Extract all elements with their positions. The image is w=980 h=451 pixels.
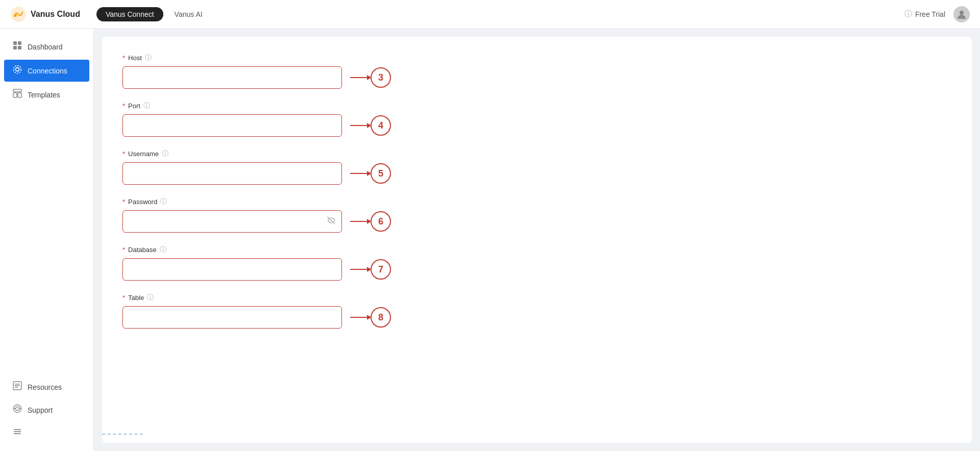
avatar-icon [956,9,967,20]
password-circle: 6 [371,211,391,232]
table-arrow [350,317,371,318]
username-input[interactable] [122,162,342,185]
username-label-text: Username [128,150,159,158]
password-info-icon[interactable]: ⓘ [160,197,167,206]
table-annotation: 8 [350,307,391,328]
resources-icon [12,381,22,393]
port-info-icon[interactable]: ⓘ [143,101,150,110]
sidebar-item-dashboard[interactable]: Dashboard [4,36,89,58]
port-field-row: 4 [122,114,951,137]
database-field-row: 7 [122,258,951,281]
table-circle: 8 [371,307,391,328]
form-group-table: * Table ⓘ 8 [122,293,951,329]
svg-rect-4 [18,41,21,45]
dashboard-icon [12,41,22,53]
sidebar-item-support-label: Support [28,406,53,414]
svg-point-8 [14,66,21,73]
password-input[interactable] [122,210,342,233]
database-annotation: 7 [350,259,391,280]
free-trial-button[interactable]: ⓘ Free Trial [904,9,945,19]
svg-rect-9 [13,89,21,92]
username-label: * Username ⓘ [122,149,951,158]
password-arrow [350,221,371,222]
svg-rect-3 [13,41,17,45]
sidebar-bottom: Resources Support [0,375,93,445]
table-field-row: 8 [122,306,951,329]
logo-text: Vanus Cloud [31,10,80,19]
password-annotation: 6 [350,211,391,232]
sidebar-item-connections[interactable]: Connections [4,60,89,82]
logo: Vanus Cloud [10,6,80,22]
dashed-hint [102,434,143,435]
username-circle: 5 [371,163,391,184]
host-label: * Host ⓘ [122,53,951,62]
user-avatar[interactable] [953,6,970,22]
table-required-star: * [122,294,125,302]
database-label-text: Database [128,246,157,254]
username-annotation: 5 [350,163,391,184]
host-required-star: * [122,54,125,62]
svg-point-7 [16,68,19,71]
password-label-text: Password [128,198,157,206]
tab-vanus-ai[interactable]: Vanus AI [165,7,212,21]
sidebar-item-menu[interactable] [4,422,89,444]
host-input[interactable] [122,66,342,89]
sidebar-item-resources[interactable]: Resources [4,376,89,398]
password-required-star: * [122,198,125,206]
database-circle: 7 [371,259,391,280]
database-required-star: * [122,246,125,254]
username-field-row: 5 [122,162,951,185]
free-trial-label: Free Trial [915,10,945,18]
content-area: * Host ⓘ 3 * P [94,29,980,451]
menu-icon [12,427,22,439]
password-toggle-icon[interactable] [327,216,336,227]
table-info-icon[interactable]: ⓘ [147,293,154,302]
database-label: * Database ⓘ [122,245,951,254]
form-group-database: * Database ⓘ 7 [122,245,951,281]
svg-point-17 [16,407,19,411]
form-group-port: * Port ⓘ 4 [122,101,951,137]
host-info-icon[interactable]: ⓘ [145,53,152,62]
form-group-host: * Host ⓘ 3 [122,53,951,89]
table-label: * Table ⓘ [122,293,951,302]
host-annotation: 3 [350,67,391,88]
svg-point-2 [960,11,964,15]
username-info-icon[interactable]: ⓘ [162,149,168,158]
database-info-icon[interactable]: ⓘ [160,245,166,254]
username-required-star: * [122,150,125,158]
port-label-text: Port [128,102,140,110]
support-icon [12,404,22,416]
connections-icon [12,65,22,77]
sidebar-item-templates[interactable]: Templates [4,84,89,106]
password-field-row: 6 [122,210,951,233]
password-wrap [122,210,342,233]
form-group-username: * Username ⓘ 5 [122,149,951,185]
tab-vanus-connect[interactable]: Vanus Connect [96,7,163,21]
templates-icon [12,89,22,101]
form-panel: * Host ⓘ 3 * P [102,37,972,443]
port-label: * Port ⓘ [122,101,951,110]
table-label-text: Table [128,294,144,302]
username-arrow [350,173,371,174]
topnav-tabs: Vanus Connect Vanus AI [96,7,212,21]
sidebar-item-support[interactable]: Support [4,399,89,421]
svg-rect-5 [13,46,17,49]
main-layout: Dashboard Connections Templates [0,29,980,451]
sidebar-item-connections-label: Connections [28,67,67,75]
port-annotation: 4 [350,115,391,136]
sidebar-item-resources-label: Resources [28,383,62,391]
svg-rect-10 [13,93,17,97]
host-arrow [350,77,371,78]
sidebar-item-templates-label: Templates [28,91,60,99]
svg-rect-6 [18,46,21,49]
password-label: * Password ⓘ [122,197,951,206]
port-input[interactable] [122,114,342,137]
port-arrow [350,125,371,126]
database-input[interactable] [122,258,342,281]
logo-icon [10,6,27,22]
host-label-text: Host [128,54,142,62]
table-input[interactable] [122,306,342,329]
sidebar-item-dashboard-label: Dashboard [28,43,63,51]
host-circle: 3 [371,67,391,88]
svg-rect-11 [18,93,21,97]
